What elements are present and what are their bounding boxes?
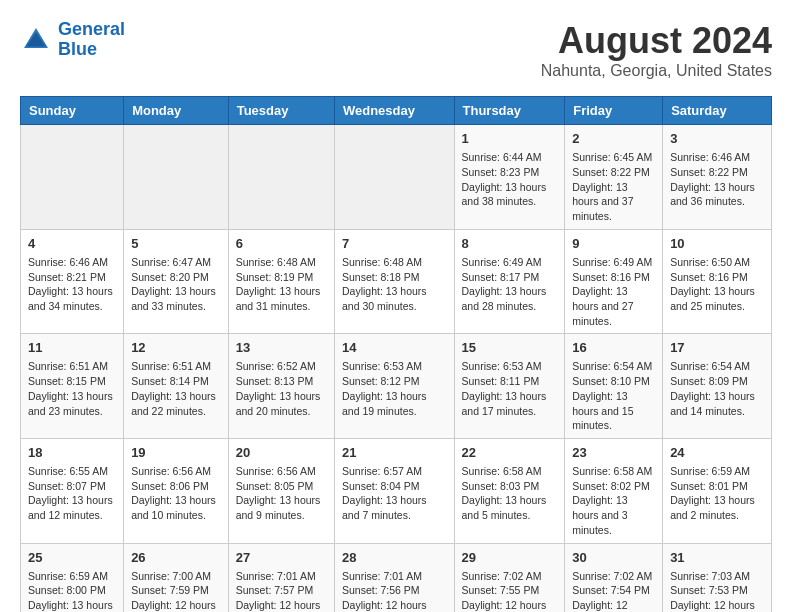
day-cell: 13Sunrise: 6:52 AMSunset: 8:13 PMDayligh… xyxy=(228,334,334,439)
day-cell: 31Sunrise: 7:03 AMSunset: 7:53 PMDayligh… xyxy=(663,543,772,612)
day-number: 13 xyxy=(236,339,327,357)
day-info: Sunrise: 6:46 AMSunset: 8:21 PMDaylight:… xyxy=(28,255,116,314)
day-number: 18 xyxy=(28,444,116,462)
day-number: 21 xyxy=(342,444,447,462)
week-row-3: 11Sunrise: 6:51 AMSunset: 8:15 PMDayligh… xyxy=(21,334,772,439)
page-header: General Blue August 2024 Nahunta, Georgi… xyxy=(20,20,772,80)
day-info: Sunrise: 6:54 AMSunset: 8:09 PMDaylight:… xyxy=(670,359,764,418)
day-cell: 1Sunrise: 6:44 AMSunset: 8:23 PMDaylight… xyxy=(454,125,565,230)
day-cell: 22Sunrise: 6:58 AMSunset: 8:03 PMDayligh… xyxy=(454,438,565,543)
day-number: 12 xyxy=(131,339,221,357)
day-header-wednesday: Wednesday xyxy=(334,97,454,125)
day-cell: 24Sunrise: 6:59 AMSunset: 8:01 PMDayligh… xyxy=(663,438,772,543)
main-title: August 2024 xyxy=(541,20,772,62)
day-info: Sunrise: 7:01 AMSunset: 7:56 PMDaylight:… xyxy=(342,569,447,612)
calendar-header: SundayMondayTuesdayWednesdayThursdayFrid… xyxy=(21,97,772,125)
day-cell: 26Sunrise: 7:00 AMSunset: 7:59 PMDayligh… xyxy=(124,543,229,612)
day-header-friday: Friday xyxy=(565,97,663,125)
day-cell: 15Sunrise: 6:53 AMSunset: 8:11 PMDayligh… xyxy=(454,334,565,439)
day-info: Sunrise: 6:56 AMSunset: 8:06 PMDaylight:… xyxy=(131,464,221,523)
logo-icon xyxy=(20,24,52,56)
day-cell: 10Sunrise: 6:50 AMSunset: 8:16 PMDayligh… xyxy=(663,229,772,334)
day-header-monday: Monday xyxy=(124,97,229,125)
day-info: Sunrise: 6:51 AMSunset: 8:14 PMDaylight:… xyxy=(131,359,221,418)
day-number: 3 xyxy=(670,130,764,148)
day-header-saturday: Saturday xyxy=(663,97,772,125)
day-info: Sunrise: 6:54 AMSunset: 8:10 PMDaylight:… xyxy=(572,359,655,432)
day-cell: 4Sunrise: 6:46 AMSunset: 8:21 PMDaylight… xyxy=(21,229,124,334)
day-cell xyxy=(228,125,334,230)
day-header-thursday: Thursday xyxy=(454,97,565,125)
day-number: 8 xyxy=(462,235,558,253)
day-number: 1 xyxy=(462,130,558,148)
day-info: Sunrise: 6:59 AMSunset: 8:00 PMDaylight:… xyxy=(28,569,116,612)
day-cell: 18Sunrise: 6:55 AMSunset: 8:07 PMDayligh… xyxy=(21,438,124,543)
day-number: 31 xyxy=(670,549,764,567)
day-number: 2 xyxy=(572,130,655,148)
day-info: Sunrise: 6:49 AMSunset: 8:16 PMDaylight:… xyxy=(572,255,655,328)
day-cell: 3Sunrise: 6:46 AMSunset: 8:22 PMDaylight… xyxy=(663,125,772,230)
week-row-1: 1Sunrise: 6:44 AMSunset: 8:23 PMDaylight… xyxy=(21,125,772,230)
day-number: 29 xyxy=(462,549,558,567)
day-info: Sunrise: 6:48 AMSunset: 8:18 PMDaylight:… xyxy=(342,255,447,314)
day-cell: 7Sunrise: 6:48 AMSunset: 8:18 PMDaylight… xyxy=(334,229,454,334)
day-number: 16 xyxy=(572,339,655,357)
day-cell: 5Sunrise: 6:47 AMSunset: 8:20 PMDaylight… xyxy=(124,229,229,334)
day-number: 26 xyxy=(131,549,221,567)
day-number: 4 xyxy=(28,235,116,253)
day-number: 20 xyxy=(236,444,327,462)
day-info: Sunrise: 6:58 AMSunset: 8:03 PMDaylight:… xyxy=(462,464,558,523)
day-number: 28 xyxy=(342,549,447,567)
day-cell: 2Sunrise: 6:45 AMSunset: 8:22 PMDaylight… xyxy=(565,125,663,230)
day-number: 7 xyxy=(342,235,447,253)
day-cell: 20Sunrise: 6:56 AMSunset: 8:05 PMDayligh… xyxy=(228,438,334,543)
day-info: Sunrise: 6:53 AMSunset: 8:11 PMDaylight:… xyxy=(462,359,558,418)
day-cell: 8Sunrise: 6:49 AMSunset: 8:17 PMDaylight… xyxy=(454,229,565,334)
day-cell xyxy=(124,125,229,230)
day-header-sunday: Sunday xyxy=(21,97,124,125)
day-cell: 17Sunrise: 6:54 AMSunset: 8:09 PMDayligh… xyxy=(663,334,772,439)
day-cell: 29Sunrise: 7:02 AMSunset: 7:55 PMDayligh… xyxy=(454,543,565,612)
logo-text: General Blue xyxy=(58,20,125,60)
day-cell: 27Sunrise: 7:01 AMSunset: 7:57 PMDayligh… xyxy=(228,543,334,612)
day-cell: 16Sunrise: 6:54 AMSunset: 8:10 PMDayligh… xyxy=(565,334,663,439)
week-row-2: 4Sunrise: 6:46 AMSunset: 8:21 PMDaylight… xyxy=(21,229,772,334)
day-info: Sunrise: 6:45 AMSunset: 8:22 PMDaylight:… xyxy=(572,150,655,223)
week-row-5: 25Sunrise: 6:59 AMSunset: 8:00 PMDayligh… xyxy=(21,543,772,612)
day-info: Sunrise: 6:52 AMSunset: 8:13 PMDaylight:… xyxy=(236,359,327,418)
day-info: Sunrise: 6:49 AMSunset: 8:17 PMDaylight:… xyxy=(462,255,558,314)
day-cell: 9Sunrise: 6:49 AMSunset: 8:16 PMDaylight… xyxy=(565,229,663,334)
day-number: 15 xyxy=(462,339,558,357)
day-info: Sunrise: 6:48 AMSunset: 8:19 PMDaylight:… xyxy=(236,255,327,314)
subtitle: Nahunta, Georgia, United States xyxy=(541,62,772,80)
calendar-table: SundayMondayTuesdayWednesdayThursdayFrid… xyxy=(20,96,772,612)
day-number: 9 xyxy=(572,235,655,253)
day-info: Sunrise: 6:50 AMSunset: 8:16 PMDaylight:… xyxy=(670,255,764,314)
day-info: Sunrise: 6:44 AMSunset: 8:23 PMDaylight:… xyxy=(462,150,558,209)
day-number: 5 xyxy=(131,235,221,253)
day-number: 10 xyxy=(670,235,764,253)
day-cell: 30Sunrise: 7:02 AMSunset: 7:54 PMDayligh… xyxy=(565,543,663,612)
day-cell xyxy=(21,125,124,230)
day-number: 27 xyxy=(236,549,327,567)
day-cell: 23Sunrise: 6:58 AMSunset: 8:02 PMDayligh… xyxy=(565,438,663,543)
day-info: Sunrise: 7:02 AMSunset: 7:55 PMDaylight:… xyxy=(462,569,558,612)
day-info: Sunrise: 7:03 AMSunset: 7:53 PMDaylight:… xyxy=(670,569,764,612)
day-number: 25 xyxy=(28,549,116,567)
day-number: 24 xyxy=(670,444,764,462)
day-info: Sunrise: 6:46 AMSunset: 8:22 PMDaylight:… xyxy=(670,150,764,209)
week-row-4: 18Sunrise: 6:55 AMSunset: 8:07 PMDayligh… xyxy=(21,438,772,543)
day-cell: 28Sunrise: 7:01 AMSunset: 7:56 PMDayligh… xyxy=(334,543,454,612)
day-number: 19 xyxy=(131,444,221,462)
day-header-tuesday: Tuesday xyxy=(228,97,334,125)
day-number: 11 xyxy=(28,339,116,357)
title-block: August 2024 Nahunta, Georgia, United Sta… xyxy=(541,20,772,80)
day-cell: 11Sunrise: 6:51 AMSunset: 8:15 PMDayligh… xyxy=(21,334,124,439)
day-info: Sunrise: 6:53 AMSunset: 8:12 PMDaylight:… xyxy=(342,359,447,418)
day-info: Sunrise: 6:58 AMSunset: 8:02 PMDaylight:… xyxy=(572,464,655,537)
day-cell: 25Sunrise: 6:59 AMSunset: 8:00 PMDayligh… xyxy=(21,543,124,612)
day-cell: 19Sunrise: 6:56 AMSunset: 8:06 PMDayligh… xyxy=(124,438,229,543)
day-cell: 21Sunrise: 6:57 AMSunset: 8:04 PMDayligh… xyxy=(334,438,454,543)
logo: General Blue xyxy=(20,20,125,60)
day-info: Sunrise: 6:57 AMSunset: 8:04 PMDaylight:… xyxy=(342,464,447,523)
